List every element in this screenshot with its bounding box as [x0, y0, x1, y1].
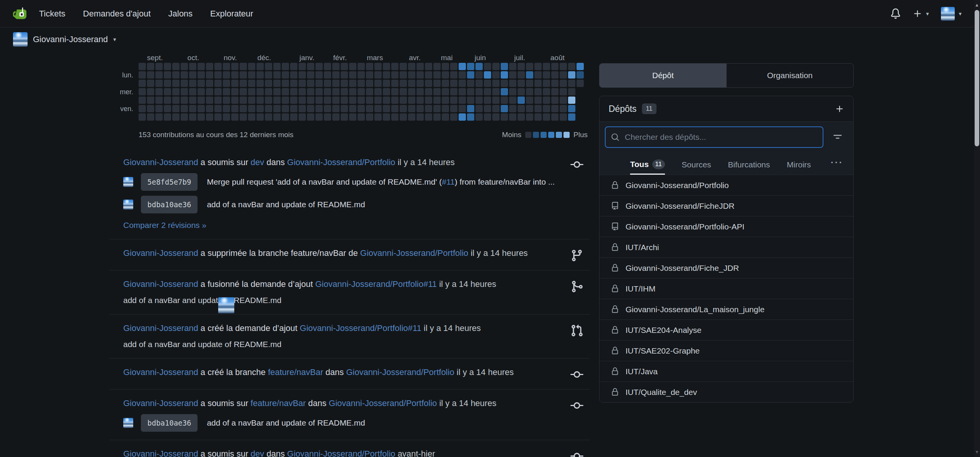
heatmap-cell[interactable] [450, 88, 457, 95]
heatmap-cell[interactable] [560, 105, 567, 112]
heatmap-cell[interactable] [467, 88, 474, 95]
heatmap-cell[interactable] [332, 105, 340, 112]
heatmap-cell[interactable] [383, 97, 390, 104]
user-link[interactable]: Giovanni-Josserand [123, 248, 198, 258]
heatmap-cell[interactable] [501, 71, 508, 79]
heatmap-cell[interactable] [509, 105, 516, 112]
heatmap-cell[interactable] [400, 88, 407, 95]
heatmap-cell[interactable] [214, 71, 222, 79]
heatmap-cell[interactable] [206, 113, 213, 121]
heatmap-cell[interactable] [147, 105, 154, 112]
heatmap-cell[interactable] [181, 80, 188, 87]
heatmap-cell[interactable] [560, 63, 567, 70]
user-menu[interactable]: ▾ [941, 7, 962, 21]
heatmap-cell[interactable] [181, 88, 188, 95]
add-repo-button[interactable] [835, 105, 844, 113]
panel-tab-d-p-t[interactable]: Dépôt [599, 64, 727, 87]
heatmap-cell[interactable] [577, 71, 584, 79]
panel-tab-organisation[interactable]: Organisation [727, 64, 854, 87]
heatmap-cell[interactable] [349, 105, 356, 112]
heatmap-cell[interactable] [501, 105, 508, 112]
repo-filter-more-icon[interactable]: ··· [831, 157, 843, 175]
heatmap-cell[interactable] [416, 71, 424, 79]
heatmap-cell[interactable] [484, 63, 491, 70]
heatmap-cell[interactable] [358, 63, 365, 70]
heatmap-cell[interactable] [299, 105, 306, 112]
heatmap-cell[interactable] [501, 97, 508, 104]
heatmap-cell[interactable] [198, 80, 205, 87]
heatmap-cell[interactable] [492, 113, 500, 121]
heatmap-cell[interactable] [256, 80, 264, 87]
heatmap-cell[interactable] [248, 113, 255, 121]
user-link[interactable]: Giovanni-Josserand/Portfolio [287, 449, 395, 457]
commit-sha-badge[interactable]: bdba10ae36 [141, 196, 198, 213]
heatmap-cell[interactable] [324, 97, 331, 104]
heatmap-cell[interactable] [467, 105, 474, 112]
heatmap-cell[interactable] [172, 88, 180, 95]
heatmap-cell[interactable] [501, 63, 508, 70]
heatmap-cell[interactable] [240, 97, 247, 104]
heatmap-cell[interactable] [391, 97, 399, 104]
heatmap-cell[interactable] [425, 80, 432, 87]
heatmap-cell[interactable] [206, 88, 213, 95]
heatmap-cell[interactable] [248, 97, 255, 104]
heatmap-cell[interactable] [526, 80, 533, 87]
heatmap-cell[interactable] [450, 113, 457, 121]
heatmap-cell[interactable] [147, 80, 154, 87]
heatmap-cell[interactable] [501, 88, 508, 95]
heatmap-cell[interactable] [214, 80, 222, 87]
heatmap-cell[interactable] [484, 80, 491, 87]
heatmap-cell[interactable] [248, 88, 255, 95]
heatmap-cell[interactable] [400, 71, 407, 79]
heatmap-cell[interactable] [307, 71, 314, 79]
heatmap-cell[interactable] [240, 88, 247, 95]
heatmap-cell[interactable] [526, 113, 533, 121]
user-link[interactable]: Giovanni-Josserand/Portfolio [329, 398, 437, 408]
heatmap-cell[interactable] [155, 80, 163, 87]
repo-list-item[interactable]: Giovanni-Josserand/Fiche_JDR [599, 257, 853, 278]
heatmap-cell[interactable] [518, 97, 525, 104]
heatmap-cell[interactable] [290, 63, 297, 70]
heatmap-cell[interactable] [273, 80, 281, 87]
user-link[interactable]: Giovanni-Josserand/Portfolio [360, 248, 468, 258]
heatmap-cell[interactable] [501, 113, 508, 121]
heatmap-cell[interactable] [231, 88, 238, 95]
heatmap-cell[interactable] [408, 88, 415, 95]
heatmap-cell[interactable] [341, 88, 348, 95]
heatmap-cell[interactable] [374, 80, 382, 87]
heatmap-cell[interactable] [299, 71, 306, 79]
heatmap-cell[interactable] [155, 71, 163, 79]
heatmap-cell[interactable] [164, 105, 171, 112]
heatmap-cell[interactable] [155, 105, 163, 112]
heatmap-cell[interactable] [433, 63, 441, 70]
heatmap-cell[interactable] [543, 80, 550, 87]
heatmap-cell[interactable] [341, 105, 348, 112]
heatmap-cell[interactable] [374, 105, 382, 112]
heatmap-cell[interactable] [560, 113, 567, 121]
heatmap-cell[interactable] [206, 97, 213, 104]
heatmap-cell[interactable] [484, 88, 491, 95]
user-link[interactable]: Giovanni-Josserand [123, 323, 198, 333]
heatmap-cell[interactable] [433, 80, 441, 87]
heatmap-cell[interactable] [349, 63, 356, 70]
heatmap-cell[interactable] [568, 113, 575, 121]
heatmap-cell[interactable] [231, 80, 238, 87]
heatmap-cell[interactable] [214, 88, 222, 95]
heatmap-cell[interactable] [155, 113, 163, 121]
heatmap-cell[interactable] [206, 105, 213, 112]
gitea-logo-icon[interactable] [13, 6, 28, 21]
heatmap-cell[interactable] [332, 113, 340, 121]
heatmap-cell[interactable] [543, 71, 550, 79]
heatmap-cell[interactable] [164, 80, 171, 87]
heatmap-cell[interactable] [231, 63, 238, 70]
heatmap-cell[interactable] [442, 105, 449, 112]
heatmap-cell[interactable] [358, 97, 365, 104]
heatmap-cell[interactable] [139, 80, 146, 87]
heatmap-cell[interactable] [551, 113, 559, 121]
heatmap-cell[interactable] [568, 88, 575, 95]
heatmap-cell[interactable] [400, 113, 407, 121]
heatmap-cell[interactable] [467, 113, 474, 121]
repo-list-item[interactable]: Giovanni-Josserand/Portfolio [599, 175, 853, 195]
heatmap-cell[interactable] [408, 97, 415, 104]
heatmap-cell[interactable] [374, 97, 382, 104]
